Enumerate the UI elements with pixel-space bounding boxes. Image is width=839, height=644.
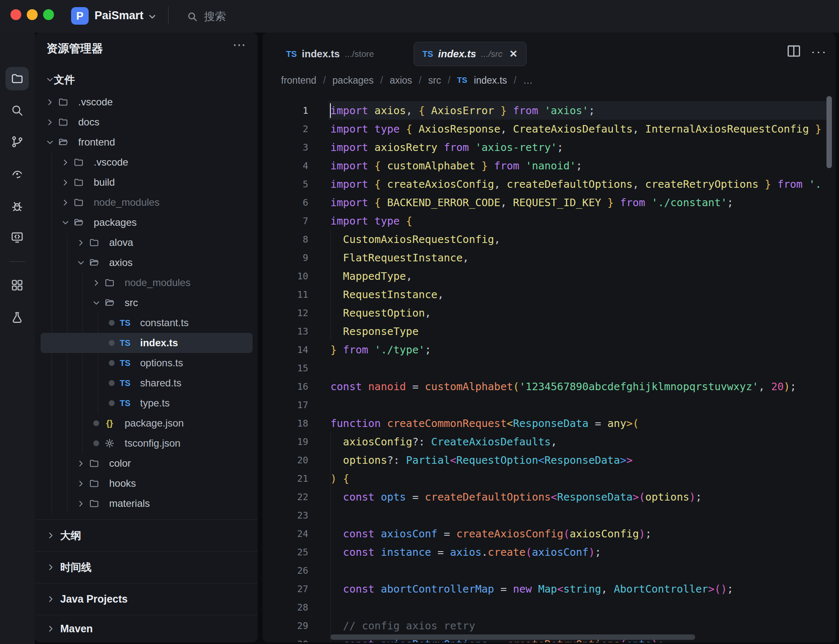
chevron-down-icon[interactable] bbox=[46, 138, 54, 146]
activity-item-debug-icon[interactable] bbox=[5, 194, 29, 218]
chevron-right-icon[interactable] bbox=[46, 118, 54, 126]
tab-active[interactable]: TSindex.ts.../src✕ bbox=[414, 42, 527, 66]
sidebar-section-时间线[interactable]: 时间线 bbox=[35, 551, 258, 583]
activity-item-test-flask-icon[interactable] bbox=[5, 306, 29, 329]
code-line-18[interactable]: 18function createCommonRequest<ResponseD… bbox=[263, 414, 836, 432]
breadcrumb[interactable]: frontend/packages/axios/src/TSindex.ts/… bbox=[281, 71, 533, 89]
chevron-down-icon[interactable] bbox=[77, 258, 85, 267]
chevron-right-icon[interactable] bbox=[61, 158, 69, 166]
chevron-down-icon[interactable] bbox=[147, 12, 157, 22]
sidebar-section-大纲[interactable]: 大纲 bbox=[35, 519, 258, 551]
tree-item-package.json[interactable]: {}package.json bbox=[35, 413, 258, 433]
code-line-21[interactable]: 21) { bbox=[263, 469, 836, 488]
code-line-24[interactable]: 24 const axiosConf = createAxiosConfig(a… bbox=[263, 524, 836, 543]
tree-item-color[interactable]: color bbox=[35, 453, 258, 473]
code-line-20[interactable]: 20 options?: Partial<RequestOption<Respo… bbox=[263, 451, 836, 469]
code-line-11[interactable]: 11 RequestInstance, bbox=[263, 285, 836, 304]
chevron-down-icon[interactable] bbox=[92, 299, 100, 307]
activity-item-extensions-icon[interactable] bbox=[5, 273, 29, 297]
code-line-15[interactable]: 15 bbox=[263, 359, 836, 377]
tree-item-frontend[interactable]: frontend bbox=[35, 132, 258, 152]
code-line-19[interactable]: 19 axiosConfig?: CreateAxiosDefaults, bbox=[263, 432, 836, 451]
tree-item-node_modules[interactable]: node_modules bbox=[35, 273, 258, 293]
breadcrumb-overflow[interactable]: … bbox=[523, 75, 533, 86]
tree-item-.vscode[interactable]: .vscode bbox=[35, 152, 258, 172]
code-area[interactable]: 1import axios, { AxiosError } from 'axio… bbox=[263, 95, 836, 642]
breadcrumb-item[interactable]: packages bbox=[333, 75, 373, 86]
code-line-14[interactable]: 14} from './type'; bbox=[263, 340, 836, 359]
code-line-2[interactable]: 2import type { AxiosResponse, CreateAxio… bbox=[263, 120, 836, 138]
split-editor-icon[interactable] bbox=[787, 44, 801, 58]
tree-item-.vscode[interactable]: .vscode bbox=[35, 92, 258, 112]
sidebar-section-Java Projects[interactable]: Java Projects bbox=[35, 583, 258, 615]
horizontal-scrollbar[interactable] bbox=[330, 634, 695, 640]
activity-item-remote-eye-icon[interactable] bbox=[5, 162, 29, 186]
chevron-down-icon[interactable] bbox=[61, 218, 69, 227]
code-line-28[interactable]: 28 bbox=[263, 598, 836, 616]
tree-item-tsconfig.json[interactable]: tsconfig.json bbox=[35, 433, 258, 453]
code-line-16[interactable]: 16const nanoid = customAlphabet('1234567… bbox=[263, 377, 836, 396]
tree-item-index.ts[interactable]: TSindex.ts bbox=[35, 333, 258, 353]
code-line-29[interactable]: 29 // config axios retry bbox=[263, 616, 836, 635]
vertical-scrollbar[interactable] bbox=[826, 96, 832, 168]
code-line-13[interactable]: 13 ResponseType bbox=[263, 322, 836, 340]
code-line-1[interactable]: 1import axios, { AxiosError } from 'axio… bbox=[263, 101, 836, 120]
breadcrumb-item[interactable]: frontend bbox=[281, 75, 316, 86]
tree-section-文件[interactable]: 文件 bbox=[35, 69, 258, 89]
sidebar-section-Maven[interactable]: Maven bbox=[35, 615, 258, 642]
tree-item-build[interactable]: build bbox=[35, 172, 258, 192]
code-line-27[interactable]: 27 const abortControllerMap = new Map<st… bbox=[263, 580, 836, 598]
chevron-right-icon[interactable] bbox=[61, 178, 69, 187]
activity-item-search-icon[interactable] bbox=[5, 99, 29, 122]
activity-item-source-control-icon[interactable] bbox=[5, 130, 29, 153]
tree-item-node_modules[interactable]: node_modules bbox=[35, 192, 258, 212]
code-line-4[interactable]: 4import { customAlphabet } from 'nanoid'… bbox=[263, 156, 836, 175]
tree-item-axios[interactable]: axios bbox=[35, 253, 258, 273]
chevron-right-icon[interactable] bbox=[77, 479, 85, 488]
minimize-window-button[interactable] bbox=[27, 9, 38, 20]
tree-item-constant.ts[interactable]: TSconstant.ts bbox=[35, 313, 258, 333]
close-window-button[interactable] bbox=[10, 9, 21, 20]
code-line-22[interactable]: 22 const opts = createDefaultOptions<Res… bbox=[263, 488, 836, 506]
breadcrumb-item[interactable]: index.ts bbox=[474, 75, 507, 86]
close-icon[interactable]: ✕ bbox=[509, 49, 518, 59]
sidebar-more-actions-icon[interactable]: ⋯ bbox=[233, 37, 247, 53]
chevron-right-icon[interactable] bbox=[77, 238, 85, 247]
code-line-7[interactable]: 7import type { bbox=[263, 212, 836, 230]
chevron-right-icon[interactable] bbox=[77, 459, 85, 468]
tree-item-alova[interactable]: alova bbox=[35, 233, 258, 253]
tree-item-docs[interactable]: docs bbox=[35, 112, 258, 132]
breadcrumb-item[interactable]: src bbox=[428, 75, 441, 86]
global-search[interactable]: 搜索 bbox=[187, 9, 226, 24]
maximize-window-button[interactable] bbox=[43, 9, 54, 20]
tree-item-hooks[interactable]: hooks bbox=[35, 473, 258, 493]
code-line-3[interactable]: 3import axiosRetry from 'axios-retry'; bbox=[263, 138, 836, 156]
activity-item-terminal-icon[interactable] bbox=[5, 225, 29, 249]
editor-more-actions-icon[interactable]: ··· bbox=[811, 48, 827, 54]
code-line-26[interactable]: 26 bbox=[263, 561, 836, 580]
tree-item-packages[interactable]: packages bbox=[35, 212, 258, 233]
chevron-right-icon[interactable] bbox=[77, 499, 85, 508]
tree-item-type.ts[interactable]: TStype.ts bbox=[35, 393, 258, 413]
chevron-right-icon[interactable] bbox=[46, 98, 54, 106]
code-line-17[interactable]: 17 bbox=[263, 396, 836, 414]
tree-item-shared.ts[interactable]: TSshared.ts bbox=[35, 373, 258, 393]
tree-item-src[interactable]: src bbox=[35, 293, 258, 313]
code-line-8[interactable]: 8 CustomAxiosRequestConfig, bbox=[263, 230, 836, 248]
code-line-9[interactable]: 9 FlatRequestInstance, bbox=[263, 248, 836, 267]
code-line-10[interactable]: 10 MappedType, bbox=[263, 267, 836, 285]
chevron-right-icon[interactable] bbox=[61, 198, 69, 207]
breadcrumb-item[interactable]: axios bbox=[390, 75, 412, 86]
code-line-12[interactable]: 12 RequestOption, bbox=[263, 304, 836, 322]
code-line-6[interactable]: 6import { BACKEND_ERROR_CODE, REQUEST_ID… bbox=[263, 193, 836, 212]
app-name[interactable]: PaiSmart bbox=[95, 9, 143, 22]
tab[interactable]: TSindex.ts.../store bbox=[286, 42, 374, 66]
code-line-23[interactable]: 23 bbox=[263, 506, 836, 524]
code-line-5[interactable]: 5import { createAxiosConfig, createDefau… bbox=[263, 175, 836, 193]
chevron-right-icon[interactable] bbox=[92, 279, 100, 287]
activity-item-files-icon[interactable] bbox=[5, 67, 29, 90]
chevron-down-icon[interactable] bbox=[46, 75, 54, 84]
tree-item-options.ts[interactable]: TSoptions.ts bbox=[35, 353, 258, 373]
tree-item-materials[interactable]: materials bbox=[35, 493, 258, 514]
code-line-25[interactable]: 25 const instance = axios.create(axiosCo… bbox=[263, 543, 836, 561]
